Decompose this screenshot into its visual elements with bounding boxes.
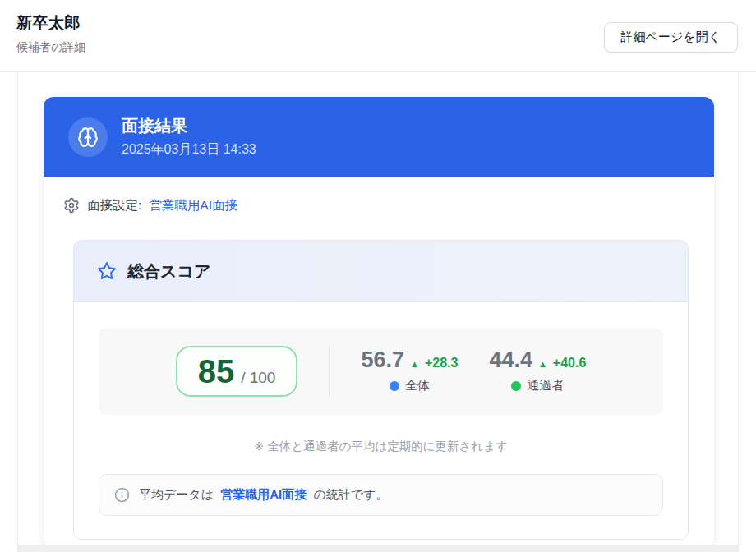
setting-label: 面接設定: xyxy=(87,197,141,214)
passers-average-value: 44.4 xyxy=(489,349,532,371)
total-score-header: 総合スコア xyxy=(74,241,688,302)
total-score-body: 85 / 100 56.7 ▲ +28.3 xyxy=(74,302,688,539)
total-score-title: 総合スコア xyxy=(127,260,210,283)
result-title: 面接結果 xyxy=(122,115,256,137)
score-stats-box: 85 / 100 56.7 ▲ +28.3 xyxy=(99,328,663,415)
up-triangle-icon: ▲ xyxy=(410,359,419,369)
info-prefix: 平均データは xyxy=(139,487,214,501)
total-score-card: 総合スコア 85 / 100 56.7 ▲ +2 xyxy=(73,240,689,540)
average-data-text: 平均データは 営業職用AI面接 の統計です。 xyxy=(139,487,388,503)
open-detail-page-button[interactable]: 詳細ページを開く xyxy=(604,22,738,53)
score-pill: 85 / 100 xyxy=(176,346,298,397)
score-value: 85 xyxy=(198,355,235,388)
overall-label: 全体 xyxy=(405,378,430,393)
interview-setting-link[interactable]: 営業職用AI面接 xyxy=(220,487,307,501)
blue-dot-icon xyxy=(390,381,399,391)
interview-setting-row: 面接設定: 営業職用AI面接 xyxy=(63,195,714,216)
gear-icon xyxy=(63,197,80,214)
result-datetime: 2025年03月13日 14:33 xyxy=(122,141,256,159)
page-header: 新卒太郎 候補者の詳細 詳細ページを開く xyxy=(0,0,756,72)
detail-panel: 面接結果 2025年03月13日 14:33 面接設定: 営業職用AI面接 xyxy=(17,72,739,552)
overall-average-value: 56.7 xyxy=(361,349,404,371)
brain-icon xyxy=(68,117,108,157)
info-suffix: の統計です。 xyxy=(313,487,388,501)
info-circle-icon xyxy=(114,487,130,503)
average-update-note: ※ 全体と通過者の平均は定期的に更新されます xyxy=(99,439,663,454)
passers-label: 通過者 xyxy=(527,378,564,393)
up-triangle-icon: ▲ xyxy=(538,359,547,369)
average-data-info-box: 平均データは 営業職用AI面接 の統計です。 xyxy=(99,474,663,516)
stat-passers: 44.4 ▲ +40.6 通過者 xyxy=(489,349,586,393)
interview-result-card: 面接結果 2025年03月13日 14:33 面接設定: 営業職用AI面接 xyxy=(44,97,714,548)
content-area: 面接結果 2025年03月13日 14:33 面接設定: 営業職用AI面接 xyxy=(0,72,756,552)
star-icon xyxy=(97,261,117,281)
next-section-edge xyxy=(18,545,738,552)
banner-text: 面接結果 2025年03月13日 14:33 xyxy=(122,115,256,159)
interview-setting-link[interactable]: 営業職用AI面接 xyxy=(149,197,237,214)
stats-divider xyxy=(329,346,330,397)
interview-result-banner: 面接結果 2025年03月13日 14:33 xyxy=(44,97,714,177)
passers-delta: +40.6 xyxy=(553,356,586,370)
overall-delta: +28.3 xyxy=(425,356,458,370)
green-dot-icon xyxy=(511,381,521,391)
score-max: / 100 xyxy=(241,369,275,387)
stat-overall: 56.7 ▲ +28.3 全体 xyxy=(361,349,458,393)
